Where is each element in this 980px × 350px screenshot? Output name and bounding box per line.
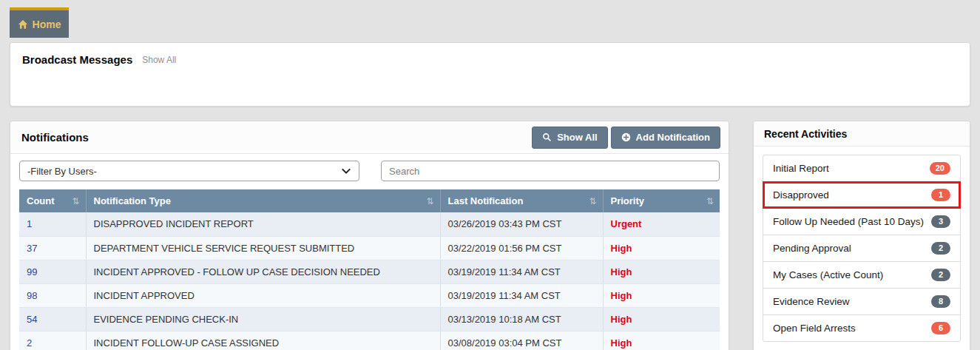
activity-item-follow-up-needed[interactable]: Follow Up Needed (Past 10 Days) 3 xyxy=(763,208,961,235)
activity-label: Follow Up Needed (Past 10 Days) xyxy=(773,216,924,227)
count-link[interactable]: 99 xyxy=(19,260,86,283)
count-badge: 8 xyxy=(931,295,950,308)
notifications-body: -Filter By Users- Count⇅ Notification Ty… xyxy=(10,154,729,350)
activity-item-my-cases[interactable]: My Cases (Active Count) 2 xyxy=(763,261,961,289)
notification-type-cell: DISAPPROVED INCIDENT REPORT xyxy=(86,212,440,236)
count-badge: 2 xyxy=(931,242,950,255)
activity-label: Pending Approval xyxy=(773,243,851,254)
notifications-panel: Notifications Show All Add Notification … xyxy=(10,121,729,350)
notification-type-cell: INCIDENT FOLLOW-UP CASE ASSIGNED xyxy=(86,331,440,350)
priority-cell: High xyxy=(603,260,720,283)
priority-cell: High xyxy=(603,236,720,260)
column-header-count[interactable]: Count⇅ xyxy=(19,189,86,212)
notification-type-cell: EVIDENCE PENDING CHECK-IN xyxy=(86,307,440,331)
activity-label: Disapproved xyxy=(773,189,829,201)
activity-item-disapproved[interactable]: Disapproved 1 xyxy=(763,181,961,209)
filter-by-users-select[interactable]: -Filter By Users- xyxy=(19,161,359,181)
table-header-row: Count⇅ Notification Type⇅ Last Notificat… xyxy=(19,189,720,212)
plus-circle-icon xyxy=(621,132,631,142)
last-notification-cell: 03/26/2019 03:43 PM CST xyxy=(440,212,603,236)
add-notification-button[interactable]: Add Notification xyxy=(611,127,720,149)
activity-label: Open Field Arrests xyxy=(773,323,856,334)
priority-cell: Urgent xyxy=(603,212,720,236)
broadcast-messages-header: Broadcast Messages Show All xyxy=(10,43,970,72)
sort-icon: ⇅ xyxy=(589,196,596,206)
tab-home-label: Home xyxy=(33,18,61,30)
broadcast-messages-title: Broadcast Messages xyxy=(22,53,132,66)
activity-label: My Cases (Active Count) xyxy=(773,269,883,280)
count-link[interactable]: 37 xyxy=(19,236,86,260)
notifications-title: Notifications xyxy=(21,131,89,144)
column-header-notification-type[interactable]: Notification Type⇅ xyxy=(86,189,440,212)
count-link[interactable]: 2 xyxy=(19,331,86,350)
table-row: 54 EVIDENCE PENDING CHECK-IN 03/13/2019 … xyxy=(19,307,720,331)
table-row: 1 DISAPPROVED INCIDENT REPORT 03/26/2019… xyxy=(19,212,720,236)
count-badge: 1 xyxy=(931,189,950,201)
count-badge: 6 xyxy=(931,322,950,334)
notifications-controls: -Filter By Users- xyxy=(19,161,720,181)
filter-by-users-value: -Filter By Users- xyxy=(27,166,97,177)
count-badge: 20 xyxy=(930,162,950,175)
count-link[interactable]: 54 xyxy=(19,307,86,331)
add-notification-button-label: Add Notification xyxy=(636,132,710,143)
count-link[interactable]: 1 xyxy=(19,212,86,236)
last-notification-cell: 03/19/2019 11:34 AM CST xyxy=(440,260,603,283)
recent-activities-title: Recent Activities xyxy=(764,128,847,140)
table-row: 2 INCIDENT FOLLOW-UP CASE ASSIGNED 03/08… xyxy=(19,331,720,350)
tab-home[interactable]: Home xyxy=(10,7,69,38)
home-icon xyxy=(18,19,28,30)
sort-icon: ⇅ xyxy=(426,196,433,206)
notifications-header: Notifications Show All Add Notification xyxy=(10,121,729,154)
recent-activities-list: Initial Report 20 Disapproved 1 Follow U… xyxy=(763,155,961,342)
show-all-button[interactable]: Show All xyxy=(532,127,607,149)
show-all-button-label: Show All xyxy=(557,132,597,143)
last-notification-cell: 03/08/2019 03:04 PM CST xyxy=(440,331,603,350)
chevron-down-icon xyxy=(341,166,351,176)
table-row: 37 DEPARTMENT VEHICLE SERVICE REQUEST SU… xyxy=(19,236,720,260)
last-notification-cell: 03/22/2019 01:56 PM CST xyxy=(440,236,603,260)
count-badge: 2 xyxy=(931,269,950,281)
table-row: 98 INCIDENT APPROVED 03/19/2019 11:34 AM… xyxy=(19,283,720,307)
notifications-table: Count⇅ Notification Type⇅ Last Notificat… xyxy=(19,189,720,350)
sort-icon: ⇅ xyxy=(706,196,714,206)
broadcast-show-all-link[interactable]: Show All xyxy=(142,55,176,65)
activity-item-open-field-arrests[interactable]: Open Field Arrests 6 xyxy=(763,314,961,342)
search-icon xyxy=(542,132,552,142)
column-header-priority[interactable]: Priority⇅ xyxy=(603,189,720,212)
column-header-last-notification[interactable]: Last Notification⇅ xyxy=(440,189,603,212)
activity-item-pending-approval[interactable]: Pending Approval 2 xyxy=(763,235,961,262)
count-badge: 3 xyxy=(931,215,950,228)
broadcast-messages-panel: Broadcast Messages Show All xyxy=(10,42,970,107)
priority-cell: High xyxy=(603,331,720,350)
priority-cell: High xyxy=(603,307,720,331)
activity-label: Initial Report xyxy=(773,163,829,174)
activity-item-evidence-review[interactable]: Evidence Review 8 xyxy=(763,288,961,315)
notifications-actions: Show All Add Notification xyxy=(532,127,720,149)
priority-cell: High xyxy=(603,283,720,307)
table-row: 99 INCIDENT APPROVED - FOLLOW UP CASE DE… xyxy=(19,260,720,283)
count-link[interactable]: 98 xyxy=(19,283,86,307)
notification-type-cell: DEPARTMENT VEHICLE SERVICE REQUEST SUBMI… xyxy=(86,236,440,260)
activity-item-initial-report[interactable]: Initial Report 20 xyxy=(763,155,961,182)
recent-activities-header: Recent Activities xyxy=(754,121,970,147)
search-input[interactable] xyxy=(381,161,720,181)
notifications-table-body: 1 DISAPPROVED INCIDENT REPORT 03/26/2019… xyxy=(19,212,720,350)
sort-icon: ⇅ xyxy=(72,196,79,206)
activity-label: Evidence Review xyxy=(773,296,850,307)
recent-activities-panel: Recent Activities Initial Report 20 Disa… xyxy=(753,121,970,350)
notification-type-cell: INCIDENT APPROVED - FOLLOW UP CASE DECIS… xyxy=(86,260,440,283)
notification-type-cell: INCIDENT APPROVED xyxy=(86,283,440,307)
last-notification-cell: 03/13/2019 10:18 AM CST xyxy=(440,307,603,331)
last-notification-cell: 03/19/2019 11:34 AM CST xyxy=(440,283,603,307)
